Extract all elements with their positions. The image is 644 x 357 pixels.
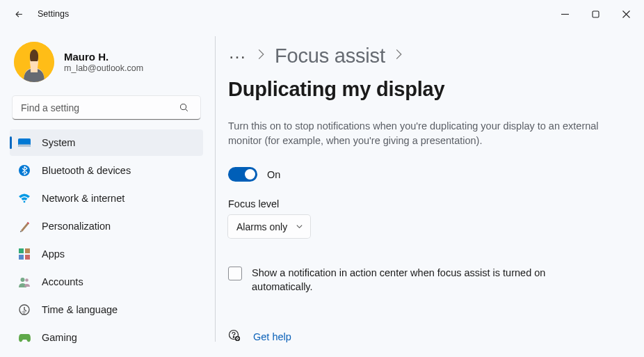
breadcrumb-parent[interactable]: Focus assist xyxy=(275,45,385,68)
page-description: Turn this on to stop notifications when … xyxy=(228,119,604,148)
back-button[interactable] xyxy=(10,5,28,23)
svg-point-15 xyxy=(25,278,29,282)
svg-text:文: 文 xyxy=(22,310,26,315)
accounts-icon xyxy=(18,276,31,288)
show-notification-checkbox[interactable] xyxy=(228,267,242,280)
gaming-icon xyxy=(18,331,31,344)
svg-point-19 xyxy=(233,336,234,337)
chevron-right-icon xyxy=(257,48,265,63)
sidebar-item-label: System xyxy=(42,137,75,148)
sidebar-item-bluetooth[interactable]: Bluetooth & devices xyxy=(10,157,203,184)
sidebar-item-label: Bluetooth & devices xyxy=(42,165,131,176)
sidebar-item-label: Accounts xyxy=(42,276,83,287)
sidebar-item-system[interactable]: System xyxy=(10,129,203,156)
focus-level-label: Focus level xyxy=(228,198,627,209)
svg-line-6 xyxy=(186,109,188,111)
breadcrumb: … Focus assist Duplicating my display xyxy=(228,43,627,101)
checkbox-label: Show a notification in action center whe… xyxy=(252,266,604,294)
sidebar-item-label: Network & internet xyxy=(42,193,124,204)
close-button[interactable] xyxy=(611,3,641,24)
svg-rect-8 xyxy=(18,145,31,148)
profile[interactable]: Mauro H. m_lab@outlook.com xyxy=(11,36,203,92)
enable-toggle[interactable] xyxy=(228,167,257,182)
profile-name: Mauro H. xyxy=(64,51,143,63)
svg-point-14 xyxy=(21,278,25,282)
sidebar-item-accounts[interactable]: Accounts xyxy=(10,269,203,295)
apps-icon xyxy=(18,248,31,260)
sidebar-item-label: Apps xyxy=(42,248,65,260)
bluetooth-icon xyxy=(18,164,31,177)
minimize-button[interactable] xyxy=(549,3,580,24)
maximize-button[interactable] xyxy=(580,3,611,24)
svg-rect-11 xyxy=(25,248,30,253)
window-title: Settings xyxy=(38,9,69,19)
sidebar-item-apps[interactable]: Apps xyxy=(10,241,203,267)
divider xyxy=(215,36,216,342)
paint-icon xyxy=(18,220,31,232)
avatar xyxy=(14,42,54,82)
toggle-label: On xyxy=(267,169,280,180)
sidebar-item-network[interactable]: Network & internet xyxy=(10,185,203,212)
svg-point-5 xyxy=(181,104,186,110)
chevron-right-icon xyxy=(395,48,403,63)
sidebar-item-label: Gaming xyxy=(42,332,77,343)
sidebar-item-time[interactable]: 文 Time & language xyxy=(10,296,203,323)
svg-rect-12 xyxy=(19,255,24,260)
focus-level-dropdown[interactable]: Alarms only xyxy=(228,215,310,238)
svg-rect-10 xyxy=(19,248,24,253)
clock-icon: 文 xyxy=(18,303,31,316)
search-icon xyxy=(179,102,189,116)
sidebar-item-gaming[interactable]: Gaming xyxy=(10,324,203,351)
sidebar-item-label: Time & language xyxy=(42,304,118,315)
wifi-icon xyxy=(18,192,31,205)
get-help-link[interactable]: Get help xyxy=(253,331,291,342)
breadcrumb-overflow[interactable]: … xyxy=(228,43,248,68)
chevron-down-icon xyxy=(296,221,303,232)
page-title: Duplicating my display xyxy=(228,78,444,101)
profile-email: m_lab@outlook.com xyxy=(64,63,143,73)
system-icon xyxy=(18,136,31,149)
sidebar-item-personalization[interactable]: Personalization xyxy=(10,213,203,239)
dropdown-value: Alarms only xyxy=(236,221,287,232)
svg-rect-1 xyxy=(593,11,599,17)
help-icon xyxy=(228,329,241,344)
svg-rect-13 xyxy=(25,255,30,260)
search-input[interactable] xyxy=(13,96,200,120)
sidebar-item-label: Personalization xyxy=(42,221,111,232)
